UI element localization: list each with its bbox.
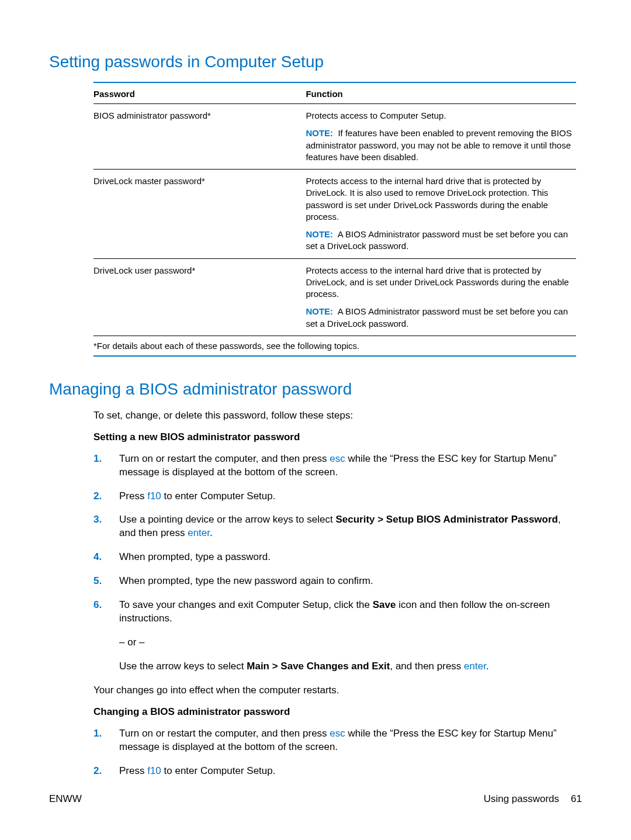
cell-function: Protects access to Computer Setup. NOTE:… <box>306 104 576 170</box>
step-text: to enter Computer Setup. <box>161 490 276 502</box>
function-note: NOTE: If features have been enabled to p… <box>306 127 573 163</box>
step-text: Press <box>119 490 147 502</box>
menu-path: Main > Save Changes and Exit <box>247 661 390 672</box>
step-text: Press <box>119 765 147 776</box>
keycap-enter: enter <box>188 527 210 538</box>
step-text: When prompted, type the new password aga… <box>119 575 373 586</box>
page-number: 61 <box>571 793 582 805</box>
passwords-table-wrap: Password Function BIOS administrator pas… <box>93 82 576 357</box>
table-row: DriveLock master password* Protects acce… <box>93 170 576 259</box>
save-icon-label: Save <box>373 599 396 610</box>
steps-setting-new: Turn on or restart the computer, and the… <box>93 452 576 673</box>
section-heading-managing-bios: Managing a BIOS administrator password <box>49 380 582 399</box>
keycap-enter: enter <box>464 661 486 672</box>
sub-heading-setting-new: Setting a new BIOS administrator passwor… <box>93 431 576 444</box>
table-footnote: *For details about each of these passwor… <box>93 336 576 357</box>
note-text: A BIOS Administrator password must be se… <box>306 229 568 251</box>
cell-password-name: DriveLock user password* <box>93 258 306 336</box>
list-item: When prompted, type a password. <box>93 551 576 564</box>
keycap-f10: f10 <box>147 490 161 502</box>
step-text: To save your changes and exit Computer S… <box>119 599 373 610</box>
list-item: Turn on or restart the computer, and the… <box>93 727 576 754</box>
step-alt: Use the arrow keys to select Main > Save… <box>119 660 576 673</box>
note-label: NOTE: <box>306 128 333 138</box>
passwords-table: Password Function BIOS administrator pas… <box>93 82 576 336</box>
function-text: Protects access to the internal hard dri… <box>306 175 573 223</box>
step-text: Use the arrow keys to select <box>119 661 247 672</box>
section2-body: To set, change, or delete this password,… <box>93 409 576 778</box>
list-item: To save your changes and exit Computer S… <box>93 599 576 673</box>
step-text: . <box>210 527 213 538</box>
keycap-esc: esc <box>330 728 345 739</box>
note-text: If features have been enabled to prevent… <box>306 128 571 162</box>
step-text: Use a pointing device or the arrow keys … <box>119 514 335 525</box>
table-row: DriveLock user password* Protects access… <box>93 258 576 336</box>
function-text: Protects access to Computer Setup. <box>306 110 573 122</box>
after-steps-text: Your changes go into effect when the com… <box>93 684 576 697</box>
keycap-esc: esc <box>330 453 345 464</box>
step-text: to enter Computer Setup. <box>161 765 276 776</box>
footer-left: ENWW <box>49 793 82 805</box>
section-heading-setting-passwords: Setting passwords in Computer Setup <box>49 53 582 71</box>
list-item: When prompted, type the new password aga… <box>93 575 576 588</box>
step-text: . <box>486 661 489 672</box>
cell-password-name: DriveLock master password* <box>93 170 306 259</box>
footer-section-name: Using passwords <box>484 793 559 805</box>
step-text: , and then press <box>390 661 464 672</box>
intro-text: To set, change, or delete this password,… <box>93 409 576 423</box>
steps-changing: Turn on or restart the computer, and the… <box>93 727 576 778</box>
sub-heading-changing: Changing a BIOS administrator password <box>93 706 576 719</box>
table-header-row: Password Function <box>93 82 576 104</box>
step-text: When prompted, type a password. <box>119 551 271 562</box>
function-note: NOTE: A BIOS Administrator password must… <box>306 229 573 253</box>
table-row: BIOS administrator password* Protects ac… <box>93 104 576 170</box>
cell-function: Protects access to the internal hard dri… <box>306 258 576 336</box>
step-or: – or – <box>119 636 576 649</box>
document-page: Setting passwords in Computer Setup Pass… <box>0 0 631 840</box>
note-label: NOTE: <box>306 306 333 316</box>
function-note: NOTE: A BIOS Administrator password must… <box>306 306 573 330</box>
list-item: Turn on or restart the computer, and the… <box>93 452 576 479</box>
list-item: Press f10 to enter Computer Setup. <box>93 490 576 503</box>
col-header-function: Function <box>306 82 576 104</box>
step-text: Turn on or restart the computer, and the… <box>119 728 330 739</box>
list-item: Press f10 to enter Computer Setup. <box>93 765 576 778</box>
function-text: Protects access to the internal hard dri… <box>306 265 573 300</box>
note-label: NOTE: <box>306 229 333 239</box>
keycap-f10: f10 <box>147 765 161 776</box>
cell-password-name: BIOS administrator password* <box>93 104 306 170</box>
cell-function: Protects access to the internal hard dri… <box>306 170 576 259</box>
note-text: A BIOS Administrator password must be se… <box>306 306 568 328</box>
list-item: Use a pointing device or the arrow keys … <box>93 513 576 540</box>
step-text: Turn on or restart the computer, and the… <box>119 453 330 464</box>
menu-path: Security > Setup BIOS Administrator Pass… <box>335 514 558 525</box>
footer-right: Using passwords 61 <box>484 793 582 805</box>
col-header-password: Password <box>93 82 306 104</box>
page-footer: ENWW Using passwords 61 <box>49 793 582 805</box>
